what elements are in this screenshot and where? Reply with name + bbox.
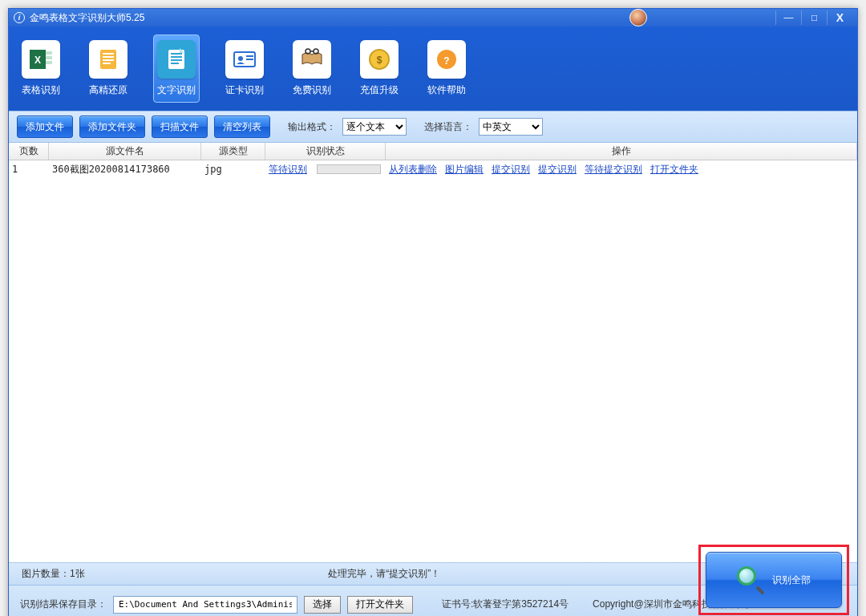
excel-icon: X — [22, 40, 60, 79]
recognize-all-label: 识别全部 — [772, 573, 811, 587]
cell-filename: 360截图20200814173860 — [49, 163, 201, 176]
svg-text:$: $ — [377, 55, 382, 66]
svg-rect-17 — [246, 55, 253, 57]
th-page: 页数 — [9, 143, 49, 160]
table-row: 1 360截图20200814173860 jpg 等待识别 从列表删除 图片编… — [9, 160, 857, 178]
coin-icon: $ — [360, 40, 399, 79]
tool-free-recognition[interactable]: 免费识别 — [289, 35, 334, 102]
recognize-all-button[interactable]: 识别全部 — [706, 552, 842, 608]
titlebar: i 金鸣表格文字识别大师5.25 — □ X — [9, 9, 857, 26]
table-header: 页数 源文件名 源类型 识别状态 操作 — [9, 143, 857, 160]
svg-rect-8 — [103, 59, 114, 61]
close-button[interactable]: X — [827, 10, 852, 25]
svg-rect-4 — [46, 61, 52, 64]
cell-ops: 从列表删除 图片编辑 提交识别 提交识别 等待提交识别 打开文件夹 — [386, 163, 857, 176]
progress-bar — [317, 164, 381, 174]
svg-rect-12 — [171, 56, 182, 58]
cell-filetype: jpg — [201, 164, 265, 175]
action-bar: 添加文件 添加文件夹 扫描文件 清空列表 输出格式： 逐个文本 选择语言： 中英… — [9, 111, 857, 143]
tool-recharge[interactable]: $ 充值升级 — [357, 35, 402, 102]
svg-rect-13 — [171, 59, 182, 61]
app-window: i 金鸣表格文字识别大师5.25 — □ X X 表格识别 高精还原 文字识别 — [8, 8, 858, 616]
tool-text-recognition[interactable]: 文字识别 — [153, 34, 200, 103]
language-select[interactable]: 中英文 — [479, 118, 543, 136]
output-format-select[interactable]: 逐个文本 — [342, 118, 407, 136]
document-lines-icon — [89, 40, 127, 79]
language-label: 选择语言： — [424, 120, 472, 134]
tool-table-recognition[interactable]: X 表格识别 — [18, 35, 63, 102]
minimize-button[interactable]: — — [775, 10, 801, 25]
tool-high-precision[interactable]: 高精还原 — [86, 35, 131, 102]
svg-rect-3 — [46, 56, 52, 59]
window-title: 金鸣表格文字识别大师5.25 — [30, 11, 144, 25]
save-dir-input[interactable] — [113, 596, 297, 614]
avatar[interactable] — [629, 9, 647, 26]
add-folder-button[interactable]: 添加文件夹 — [79, 116, 145, 138]
svg-rect-6 — [103, 53, 114, 55]
table-body: 1 360截图20200814173860 jpg 等待识别 从列表删除 图片编… — [9, 160, 857, 562]
th-status: 识别状态 — [265, 143, 386, 160]
save-dir-label: 识别结果保存目录： — [20, 598, 107, 611]
open-folder-button[interactable]: 打开文件夹 — [347, 596, 413, 614]
image-count: 图片数量：1张 — [22, 567, 85, 581]
op-delete[interactable]: 从列表删除 — [389, 163, 437, 176]
op-edit-image[interactable]: 图片编辑 — [445, 163, 484, 176]
tool-help[interactable]: ? 软件帮助 — [424, 35, 469, 102]
svg-rect-9 — [103, 63, 111, 64]
op-open-folder[interactable]: 打开文件夹 — [650, 163, 698, 176]
svg-rect-7 — [103, 56, 114, 58]
status-message: 处理完毕，请“提交识别”！ — [85, 567, 684, 581]
svg-rect-18 — [246, 59, 253, 60]
book-icon — [293, 40, 331, 79]
text-page-icon — [157, 40, 196, 79]
svg-rect-2 — [46, 51, 52, 55]
id-card-icon — [225, 40, 264, 79]
cert-label: 证书号:软著登字第3527214号 — [442, 598, 569, 611]
op-wait-submit[interactable]: 等待提交识别 — [585, 163, 642, 176]
th-ops: 操作 — [386, 143, 857, 160]
app-icon: i — [14, 12, 25, 23]
svg-rect-11 — [171, 53, 182, 55]
svg-rect-14 — [171, 63, 179, 64]
svg-text:?: ? — [443, 55, 449, 67]
svg-point-16 — [238, 56, 243, 61]
cell-status: 等待识别 — [265, 163, 386, 176]
choose-button[interactable]: 选择 — [304, 596, 341, 614]
cell-page: 1 — [9, 164, 49, 175]
th-filename: 源文件名 — [49, 143, 201, 160]
svg-text:X: X — [34, 55, 41, 66]
add-file-button[interactable]: 添加文件 — [17, 116, 73, 138]
ribbon-toolbar: X 表格识别 高精还原 文字识别 证卡识别 免费识别 — [9, 26, 857, 111]
scan-file-button[interactable]: 扫描文件 — [152, 116, 208, 138]
th-filetype: 源类型 — [201, 143, 265, 160]
magnifier-icon — [737, 566, 764, 594]
maximize-button[interactable]: □ — [801, 10, 827, 25]
output-format-label: 输出格式： — [288, 120, 336, 134]
op-submit-1[interactable]: 提交识别 — [492, 163, 530, 176]
help-icon: ? — [427, 40, 466, 79]
tool-id-card[interactable]: 证卡识别 — [222, 35, 267, 102]
status-link[interactable]: 等待识别 — [269, 163, 307, 176]
highlight-frame: 识别全部 — [698, 545, 849, 615]
clear-list-button[interactable]: 清空列表 — [214, 116, 270, 138]
op-submit-2[interactable]: 提交识别 — [538, 163, 577, 176]
